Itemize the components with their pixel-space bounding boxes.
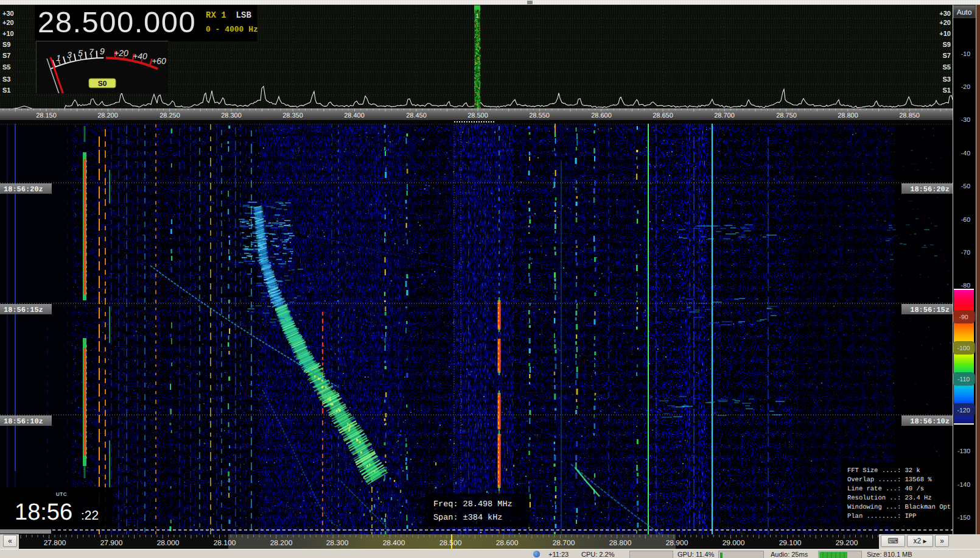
svg-text:29.100: 29.100	[779, 539, 802, 547]
svg-text:18:56:20z: 18:56:20z	[4, 185, 43, 194]
svg-text:28.300: 28.300	[221, 112, 242, 119]
svg-text:+20: +20	[114, 48, 128, 58]
svg-text:Span: ±384 kHz: Span: ±384 kHz	[433, 514, 502, 523]
svg-text:Plan ........: IPP: Plan ........: IPP	[847, 513, 916, 520]
svg-text:28.300: 28.300	[326, 539, 349, 547]
svg-text:28.200: 28.200	[97, 112, 118, 119]
svg-text:UTC: UTC	[56, 492, 67, 497]
svg-text:18:56:10z: 18:56:10z	[4, 417, 43, 426]
svg-text:1: 1	[475, 13, 478, 19]
svg-text:-20: -20	[961, 83, 970, 91]
svg-text:27.900: 27.900	[100, 539, 123, 547]
svg-text:28.700: 28.700	[714, 112, 735, 119]
svg-text:FFT Size ....: 32 k: FFT Size ....: 32 k	[847, 467, 920, 475]
svg-text:28.200: 28.200	[270, 539, 293, 547]
svg-text:-150: -150	[957, 514, 970, 521]
svg-text:28.350: 28.350	[282, 112, 303, 119]
svg-text:29.200: 29.200	[836, 539, 858, 547]
svg-text:18:56:15z: 18:56:15z	[910, 306, 950, 314]
svg-text:Line rate ...: 40 /s: Line rate ...: 40 /s	[847, 486, 924, 493]
svg-text::22: :22	[81, 509, 99, 523]
svg-text:28.700: 28.700	[553, 539, 575, 547]
svg-text:-120: -120	[957, 407, 970, 414]
svg-text:Resolution ..: 23.4 Hz: Resolution ..: 23.4 Hz	[847, 495, 932, 502]
svg-text:-130: -130	[957, 448, 970, 455]
svg-text:27.800: 27.800	[44, 539, 66, 547]
svg-text:-80: -80	[961, 282, 970, 289]
svg-text:18:56:10z: 18:56:10z	[910, 417, 950, 426]
svg-text:28.550: 28.550	[529, 112, 550, 119]
svg-text:Windowing ...: Blackman Opt: Windowing ...: Blackman Opt	[847, 504, 951, 511]
svg-text:28.650: 28.650	[653, 112, 673, 119]
svg-text:28.400: 28.400	[344, 112, 365, 119]
svg-text:18:56: 18:56	[15, 500, 72, 525]
svg-text:-110: -110	[957, 376, 970, 383]
svg-text:28.800: 28.800	[838, 112, 858, 119]
svg-text:Freq: 28.498 MHz: Freq: 28.498 MHz	[433, 500, 513, 509]
svg-text:-40: -40	[961, 150, 970, 157]
svg-text:-30: -30	[961, 116, 970, 124]
svg-text:+60: +60	[152, 56, 166, 66]
svg-text:28.600: 28.600	[496, 539, 519, 547]
svg-text:Overlap .....: 13568 %: Overlap .....: 13568 %	[847, 476, 932, 484]
svg-text:29.000: 29.000	[723, 539, 745, 547]
svg-text:-50: -50	[961, 183, 970, 190]
svg-text:9: 9	[100, 46, 105, 56]
svg-text:28.150: 28.150	[36, 112, 57, 119]
svg-text:-70: -70	[961, 249, 970, 256]
svg-text:28.500: 28.500	[439, 539, 462, 547]
svg-text:-90: -90	[959, 314, 968, 321]
svg-text:28.750: 28.750	[776, 112, 797, 119]
svg-text:28.900: 28.900	[666, 539, 688, 547]
svg-text:-100: -100	[957, 345, 970, 352]
svg-text:28.400: 28.400	[383, 539, 405, 547]
svg-text:1: 1	[56, 53, 61, 63]
svg-text:28.500: 28.500	[467, 112, 488, 119]
svg-text:18:56:15z: 18:56:15z	[4, 306, 43, 314]
svg-text:28.000: 28.000	[157, 539, 180, 547]
svg-text:18:56:20z: 18:56:20z	[910, 185, 950, 194]
svg-text:+40: +40	[133, 51, 147, 61]
svg-text:28.100: 28.100	[214, 539, 236, 547]
svg-text:28.600: 28.600	[591, 112, 612, 119]
svg-text:28.450: 28.450	[406, 112, 427, 119]
svg-text:-60: -60	[961, 216, 970, 224]
svg-text:Auto: Auto	[957, 8, 972, 16]
svg-text:-140: -140	[957, 481, 970, 489]
svg-text:-10: -10	[961, 51, 970, 58]
svg-text:28.850: 28.850	[899, 112, 920, 119]
svg-text:28.800: 28.800	[609, 539, 632, 547]
svg-text:28.250: 28.250	[159, 112, 180, 119]
svg-text:S0: S0	[98, 79, 107, 88]
